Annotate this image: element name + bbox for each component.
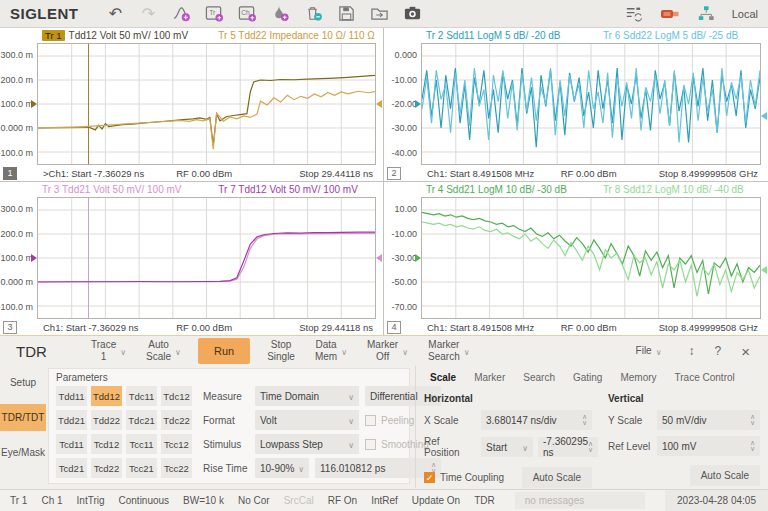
run-button[interactable]: Run [198,338,250,364]
trace6-label[interactable]: Tr 6 Sdd22 LogM 5 dB/ -25 dB [603,30,738,41]
add-marker-icon[interactable] [271,4,291,24]
ref-level-marker[interactable] [31,254,37,262]
ref-level-marker[interactable] [761,112,767,120]
trace8-label[interactable]: Tr 8 Sdd12 LogM 10 dB/ -40 dB [603,184,744,195]
trace3-label[interactable]: Tr 3 Tdd21 Volt 50 mV/ 100 mV [42,184,182,195]
auto-scale-menu[interactable]: Auto Scale [139,338,188,364]
tab-trace-control[interactable]: Trace Control [669,369,747,388]
lan-icon[interactable] [696,4,716,24]
ref-level-marker[interactable] [761,266,767,274]
screenshot-icon[interactable] [403,4,423,24]
y-scale-input[interactable]: 50 mV/div [657,410,760,430]
rise-time-range-select[interactable]: 10-90% [255,458,309,478]
redo-icon[interactable] [139,4,159,24]
param-tdd21[interactable]: Tdd21 [56,410,87,430]
tab-memory[interactable]: Memory [614,369,668,388]
trace4-label[interactable]: Tr 4 Sdd21 LogM 10 dB/ -30 dB [426,184,567,195]
trace1-label[interactable]: Tdd12 Volt 50 mV/ 100 mV [69,30,189,41]
param-tcc11[interactable]: Tcc11 [126,434,157,454]
recall-icon[interactable] [370,4,390,24]
new-trace-window-icon[interactable]: Tr [205,4,225,24]
undo-icon[interactable] [106,4,126,24]
param-tcc12[interactable]: Tcc12 [161,434,192,454]
param-tcd21[interactable]: Tcd21 [56,458,87,478]
add-trace-icon[interactable] [172,4,192,24]
tab-scale[interactable]: Scale [424,369,468,388]
ref-level-marker[interactable] [415,100,421,108]
data-mem-menu[interactable]: Data Mem [308,338,354,364]
panel-title: TDR [10,343,78,360]
stop-single-button[interactable]: Stop Single [260,338,302,364]
param-tdd11[interactable]: Tdd11 [56,386,87,406]
y-axis-tick: -50.00 [391,277,417,287]
save-icon[interactable] [337,4,357,24]
help-icon[interactable] [715,344,722,358]
trace-select-menu[interactable]: Trace 1 [84,338,133,364]
param-tdd22[interactable]: Tdd22 [91,410,122,430]
tab-gating[interactable]: Gating [567,369,614,388]
ref-level-marker[interactable] [31,100,37,108]
tdr-menu-row: TDR Trace 1 Auto Scale Run Stop Single D… [0,336,768,366]
tab-tdr-tdt[interactable]: TDR/TDT [0,404,46,431]
status-reference: IntRef [371,495,398,506]
chart2-plot-area[interactable] [421,43,761,165]
tab-marker[interactable]: Marker [468,369,517,388]
vertical-auto-scale-button[interactable]: Auto Scale [690,465,760,486]
ref-level-marker[interactable] [415,254,421,262]
param-tdc11[interactable]: Tdc11 [126,386,157,406]
param-tdc12[interactable]: Tdc12 [161,386,192,406]
task-config-icon[interactable] [624,4,644,24]
marker-search-menu[interactable]: Marker Search [421,338,477,364]
measure-select[interactable]: Time Domain [255,386,359,406]
chevron-down-icon [464,346,470,357]
x-scale-label: X Scale [424,415,476,426]
ref-position-mode-select[interactable]: Start [481,437,533,457]
status-active-channel: Ch 1 [41,495,62,506]
local-mode-label[interactable]: Local [732,8,758,20]
param-tcd12[interactable]: Tcd12 [91,434,122,454]
file-menu[interactable]: File [629,344,669,358]
chart1-plot-area[interactable] [37,43,376,165]
active-trace-badge[interactable]: Tr 1 [42,30,65,41]
channel-indicator-2[interactable]: 2 [387,167,401,180]
param-tcd22[interactable]: Tcd22 [91,458,122,478]
channel-indicator-1[interactable]: 1 [3,167,17,180]
peeling-checkbox[interactable]: Peeling [365,415,414,426]
new-channel-icon[interactable]: Ch [238,4,258,24]
usb-icon[interactable] [660,4,680,24]
tab-search[interactable]: Search [517,369,567,388]
channel-indicator-3[interactable]: 3 [3,321,17,334]
trace2-label[interactable]: Tr 2 Sdd11 LogM 5 dB/ -20 dB [426,30,561,41]
ref-level-marker[interactable] [376,254,382,262]
spin-down-icon[interactable] [588,447,593,453]
chart4-plot-area[interactable] [421,197,761,319]
param-tdd12[interactable]: Tdd12 [91,386,122,406]
tab-setup[interactable]: Setup [0,369,46,396]
channel-indicator-4[interactable]: 4 [387,321,401,334]
stimulus-select[interactable]: Lowpass Step [255,434,359,454]
chart3-plot-area[interactable] [37,197,376,319]
horizontal-auto-scale-button[interactable]: Auto Scale [522,467,592,488]
spin-down-icon[interactable] [750,420,755,426]
expand-panel-icon[interactable] [689,344,695,358]
marker-off-menu[interactable]: Marker Off [360,338,415,364]
format-select[interactable]: Volt [255,410,359,430]
delete-trace-icon[interactable] [304,4,324,24]
param-tdc22[interactable]: Tdc22 [161,410,192,430]
ref-position-input[interactable]: -7.360295 ns [538,437,598,457]
spin-down-icon[interactable] [750,446,755,452]
param-tcd11[interactable]: Tcd11 [56,434,87,454]
trace7-label[interactable]: Tr 7 Tdd12 Volt 50 mV/ 100 mV [218,184,358,195]
ref-level-marker[interactable] [376,100,382,108]
param-tcc22[interactable]: Tcc22 [161,458,192,478]
tab-eye-mask[interactable]: Eye/Mask [0,439,46,466]
time-coupling-checkbox[interactable]: Time Coupling [424,472,504,483]
y-axis-tick: -40.00 [391,148,417,158]
param-tdc21[interactable]: Tdc21 [126,410,157,430]
param-tcc21[interactable]: Tcc21 [126,458,157,478]
x-scale-input[interactable]: 3.680147 ns/div [481,410,592,430]
close-panel-icon[interactable] [741,343,750,360]
spin-down-icon[interactable] [582,420,587,426]
trace5-label[interactable]: Tr 5 Tdd22 Impedance 10 Ω/ 110 Ω [218,30,375,41]
ref-level-input[interactable]: 100 mV [657,436,760,456]
